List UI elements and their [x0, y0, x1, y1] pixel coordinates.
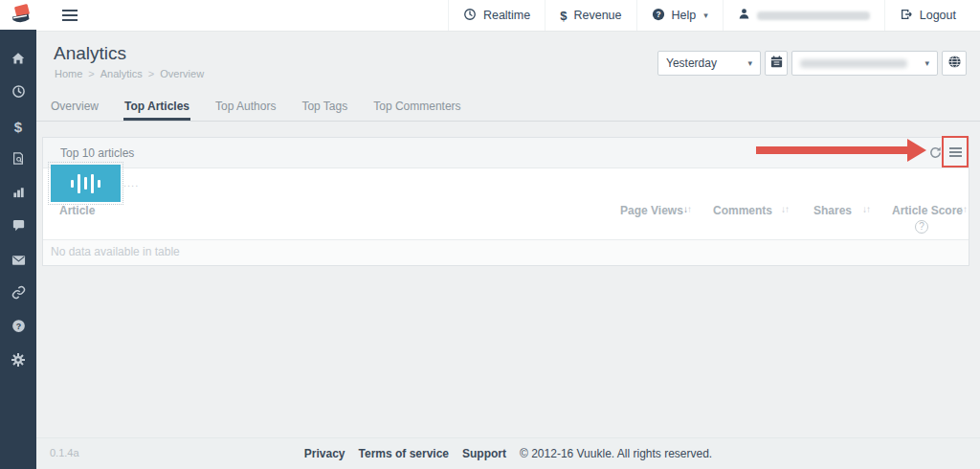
- terms-link[interactable]: Terms of service: [359, 447, 450, 460]
- user-account-menu-item[interactable]: [723, 0, 884, 31]
- tab-top-authors[interactable]: Top Authors: [214, 95, 277, 121]
- sort-icon-comments[interactable]: ↓↑: [781, 204, 789, 214]
- user-icon: [738, 8, 750, 23]
- sidebar-item-analytics[interactable]: [0, 177, 36, 211]
- breadcrumb-current: Overview: [160, 68, 204, 79]
- calendar-icon: [769, 55, 784, 73]
- site-selector[interactable]: ▾: [791, 51, 938, 76]
- column-header-article-score[interactable]: Article Score: [892, 204, 963, 217]
- breadcrumb: Home > Analytics > Overview: [55, 68, 204, 79]
- globe-button[interactable]: [942, 51, 967, 76]
- sidebar-item-reports[interactable]: [0, 144, 36, 177]
- column-header-article[interactable]: Article: [59, 204, 95, 217]
- page-footer: 0.1.4a Privacy Terms of service Support …: [36, 437, 980, 469]
- tab-top-commenters[interactable]: Top Commenters: [372, 95, 461, 121]
- refresh-icon[interactable]: [928, 145, 943, 160]
- privacy-link[interactable]: Privacy: [304, 447, 345, 460]
- history-clock-icon: [11, 84, 26, 102]
- gear-icon: [11, 352, 26, 371]
- svg-text:?: ?: [656, 10, 660, 19]
- logout-label: Logout: [920, 9, 956, 22]
- globe-icon: [947, 55, 962, 73]
- sidebar-item-help[interactable]: ?: [0, 311, 36, 345]
- user-email-redacted: [757, 11, 870, 20]
- sidebar-toggle-button[interactable]: [53, 0, 87, 31]
- chevron-down-icon: ▾: [703, 11, 708, 20]
- vuukle-logo-icon: [9, 4, 33, 29]
- sort-icon-page-views[interactable]: ↓↑: [683, 204, 691, 214]
- app-screen: Realtime $ Revenue ? Help ▾: [0, 0, 980, 469]
- chevron-down-icon: ▾: [924, 58, 929, 68]
- help-circle-icon: ?: [652, 8, 665, 24]
- link-icon: [11, 285, 26, 303]
- logout-icon: [900, 8, 913, 24]
- dollar-icon: $: [560, 9, 567, 23]
- sidebar-item-home[interactable]: [0, 43, 36, 77]
- footer-links: Privacy Terms of service Support © 2012-…: [36, 438, 980, 468]
- envelope-icon: [11, 253, 26, 270]
- tab-top-articles[interactable]: Top Articles: [123, 95, 190, 121]
- comment-bubble-icon: [11, 218, 26, 236]
- annotation-arrow: [756, 146, 907, 154]
- copyright-text: © 2012-16 Vuukle. All rights reserved.: [520, 447, 712, 460]
- column-header-shares[interactable]: Shares: [813, 204, 852, 217]
- clock-icon: [463, 8, 477, 24]
- top-articles-panel: Top 10 articles .... Article Page Views …: [42, 137, 969, 266]
- logout-menu-item[interactable]: Logout: [884, 0, 970, 31]
- svg-text:?: ?: [15, 322, 20, 331]
- table-empty-message: No data available in table: [43, 239, 969, 265]
- panel-header: Top 10 articles: [43, 138, 969, 168]
- column-header-page-views[interactable]: Page Views: [620, 204, 683, 217]
- left-sidebar: $ ?: [0, 30, 36, 469]
- home-icon: [11, 51, 26, 70]
- bar-chart-icon: [11, 185, 26, 203]
- header-controls: Yesterday ▾ ▾: [657, 51, 967, 76]
- date-range-select[interactable]: Yesterday ▾: [657, 51, 761, 76]
- realtime-menu-item[interactable]: Realtime: [448, 0, 545, 31]
- column-header-comments[interactable]: Comments: [713, 204, 772, 217]
- top-navbar: Realtime $ Revenue ? Help ▾: [0, 0, 980, 32]
- question-circle-icon: ?: [11, 319, 26, 337]
- document-search-icon: [11, 151, 25, 169]
- breadcrumb-home[interactable]: Home: [55, 68, 82, 79]
- page-title: Analytics: [54, 43, 126, 64]
- panel-title: Top 10 articles: [60, 146, 134, 160]
- revenue-label: Revenue: [573, 9, 621, 22]
- article-score-help-icon[interactable]: ?: [915, 220, 928, 234]
- breadcrumb-analytics[interactable]: Analytics: [100, 68, 143, 79]
- chevron-down-icon: ▾: [747, 58, 752, 68]
- breadcrumb-separator: >: [88, 68, 94, 79]
- sidebar-item-settings[interactable]: [0, 345, 36, 378]
- sort-icon-article-score[interactable]: ↓↑: [959, 204, 967, 214]
- vuukle-loader-placeholder: [51, 165, 121, 202]
- support-link[interactable]: Support: [462, 447, 506, 460]
- revenue-menu-item[interactable]: $ Revenue: [545, 0, 635, 31]
- realtime-label: Realtime: [483, 9, 530, 22]
- panel-menu-button[interactable]: [944, 141, 967, 164]
- sidebar-item-messages[interactable]: [0, 244, 36, 278]
- sidebar-item-history[interactable]: [0, 77, 36, 110]
- navbar-right-menu: Realtime $ Revenue ? Help ▾: [448, 0, 970, 31]
- site-selector-value-redacted: [800, 59, 907, 68]
- tab-overview[interactable]: Overview: [50, 95, 100, 121]
- sort-icon-shares[interactable]: ↓↑: [862, 204, 870, 214]
- breadcrumb-separator: >: [148, 68, 154, 79]
- loader-alt-ellipsis: ....: [123, 177, 139, 189]
- dollar-icon: $: [14, 119, 22, 135]
- tab-top-tags[interactable]: Top Tags: [301, 95, 348, 121]
- help-label: Help: [672, 9, 697, 22]
- date-range-value: Yesterday: [666, 56, 717, 70]
- sidebar-item-comments[interactable]: [0, 211, 36, 244]
- annotation-arrow-head: [907, 139, 926, 162]
- calendar-button[interactable]: [765, 51, 788, 76]
- analytics-tabs: Overview Top Articles Top Authors Top Ta…: [36, 95, 980, 122]
- sidebar-item-revenue[interactable]: $: [0, 110, 36, 144]
- sidebar-item-links[interactable]: [0, 278, 36, 311]
- help-menu-item[interactable]: ? Help ▾: [636, 0, 723, 31]
